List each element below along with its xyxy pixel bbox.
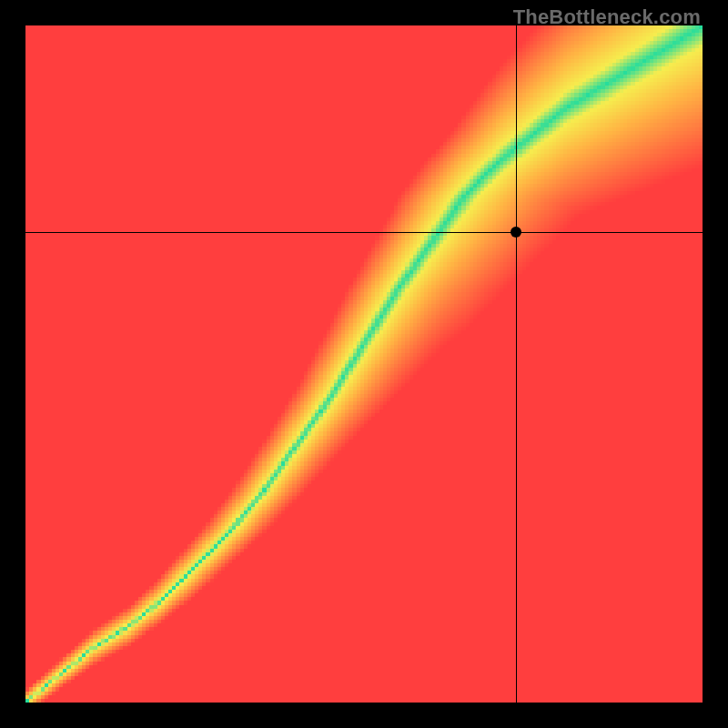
crosshair-horizontal — [25, 232, 703, 233]
watermark-text: TheBottleneck.com — [513, 5, 701, 29]
chart-overlay — [25, 25, 703, 703]
selection-marker[interactable] — [511, 227, 521, 238]
chart-container: { "branding": { "watermark": "TheBottlen… — [0, 0, 728, 728]
crosshair-vertical — [516, 25, 517, 703]
